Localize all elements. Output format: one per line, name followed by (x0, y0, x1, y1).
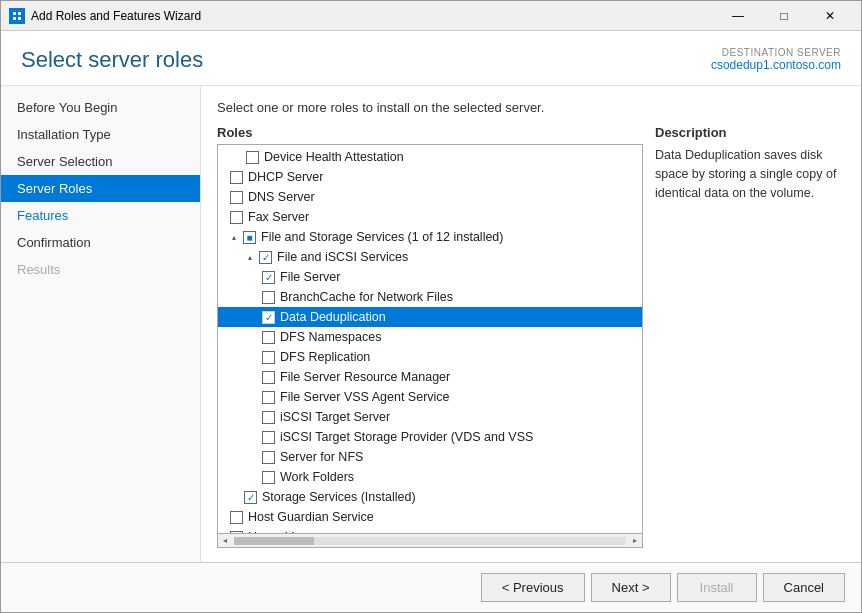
sidebar-item-results: Results (1, 256, 200, 283)
checkbox-work-folders[interactable] (262, 471, 275, 484)
checkbox-branchcache[interactable] (262, 291, 275, 304)
scroll-thumb[interactable] (234, 537, 314, 545)
install-button[interactable]: Install (677, 573, 757, 602)
role-label: File Server (280, 270, 340, 284)
role-label: File and iSCSI Services (277, 250, 408, 264)
scroll-left-arrow[interactable]: ◂ (218, 534, 232, 548)
app-icon (9, 8, 25, 24)
checkbox-dns[interactable] (230, 191, 243, 204)
checkbox-storage[interactable]: ✓ (244, 491, 257, 504)
next-button[interactable]: Next > (591, 573, 671, 602)
minimize-button[interactable]: — (715, 1, 761, 31)
list-item[interactable]: Host Guardian Service (218, 507, 642, 527)
list-item[interactable]: BranchCache for Network Files (218, 287, 642, 307)
list-item[interactable]: ▴ ■ File and Storage Services (1 of 12 i… (218, 227, 642, 247)
checkbox-iscsi-target[interactable] (262, 411, 275, 424)
sidebar-item-confirmation[interactable]: Confirmation (1, 229, 200, 256)
list-item[interactable]: File Server Resource Manager (218, 367, 642, 387)
role-label: DFS Namespaces (280, 330, 381, 344)
checkbox-iscsi-storage[interactable] (262, 431, 275, 444)
role-label: File and Storage Services (1 of 12 insta… (261, 230, 504, 244)
role-label: Server for NFS (280, 450, 363, 464)
destination-label: DESTINATION SERVER (711, 47, 841, 58)
checkbox-file-server[interactable]: ✓ (262, 271, 275, 284)
role-label: DNS Server (248, 190, 315, 204)
list-item[interactable]: ▴ ✓ File and iSCSI Services (218, 247, 642, 267)
role-label: Device Health Attestation (264, 150, 404, 164)
checkbox-data-dedup[interactable]: ✓ (262, 311, 275, 324)
checkbox-hyperv[interactable] (230, 531, 243, 534)
role-label: Host Guardian Service (248, 510, 374, 524)
list-item[interactable]: DNS Server (218, 187, 642, 207)
list-item[interactable]: ✓ Storage Services (Installed) (218, 487, 642, 507)
roles-list: Device Health Attestation DHCP Server (218, 145, 642, 534)
window-controls: — □ ✕ (715, 1, 853, 31)
list-item[interactable]: Work Folders (218, 467, 642, 487)
main-body: Before You Begin Installation Type Serve… (1, 86, 861, 562)
cancel-button[interactable]: Cancel (763, 573, 845, 602)
checkbox-fsrm[interactable] (262, 371, 275, 384)
list-item[interactable]: DHCP Server (218, 167, 642, 187)
role-label: Work Folders (280, 470, 354, 484)
roles-section: Roles Device Health Attestation (217, 125, 845, 548)
sidebar-item-before-you-begin[interactable]: Before You Begin (1, 94, 200, 121)
role-label: Storage Services (Installed) (262, 490, 416, 504)
roles-label: Roles (217, 125, 643, 140)
footer: < Previous Next > Install Cancel (1, 562, 861, 612)
list-item[interactable]: DFS Namespaces (218, 327, 642, 347)
header-section: Select server roles DESTINATION SERVER c… (1, 31, 861, 86)
checkbox-fax[interactable] (230, 211, 243, 224)
checkbox-nfs[interactable] (262, 451, 275, 464)
svg-rect-0 (11, 10, 23, 22)
role-label: File Server VSS Agent Service (280, 390, 450, 404)
svg-rect-4 (18, 17, 21, 20)
description-panel: Description Data Deduplication saves dis… (655, 125, 845, 548)
roles-list-container[interactable]: Device Health Attestation DHCP Server (217, 144, 643, 534)
list-item[interactable]: File Server VSS Agent Service (218, 387, 642, 407)
checkbox-device-health[interactable] (246, 151, 259, 164)
maximize-button[interactable]: □ (761, 1, 807, 31)
role-label: DHCP Server (248, 170, 323, 184)
checkbox-vss[interactable] (262, 391, 275, 404)
instruction-text: Select one or more roles to install on t… (217, 100, 845, 115)
checkbox-dhcp[interactable] (230, 171, 243, 184)
sidebar-item-features[interactable]: Features (1, 202, 200, 229)
checkbox-file-iscsi[interactable]: ✓ (259, 251, 272, 264)
tree-toggle-file-iscsi[interactable]: ▴ (244, 251, 256, 263)
list-item[interactable]: iSCSI Target Server (218, 407, 642, 427)
list-item[interactable]: iSCSI Target Storage Provider (VDS and V… (218, 427, 642, 447)
list-item[interactable]: DFS Replication (218, 347, 642, 367)
tree-toggle-file-storage[interactable]: ▴ (228, 231, 240, 243)
window-title: Add Roles and Features Wizard (31, 9, 715, 23)
list-item[interactable]: Device Health Attestation (218, 147, 642, 167)
sidebar-item-server-selection[interactable]: Server Selection (1, 148, 200, 175)
description-text: Data Deduplication saves disk space by s… (655, 146, 845, 202)
scroll-track[interactable] (234, 537, 626, 545)
previous-button[interactable]: < Previous (481, 573, 585, 602)
title-bar: Add Roles and Features Wizard — □ ✕ (1, 1, 861, 31)
role-label: Hyper-V (248, 530, 294, 534)
checkbox-dfs-ns[interactable] (262, 331, 275, 344)
scroll-right-arrow[interactable]: ▸ (628, 534, 642, 548)
sidebar-item-server-roles[interactable]: Server Roles (1, 175, 200, 202)
list-item[interactable]: Hyper-V (218, 527, 642, 534)
svg-rect-3 (13, 17, 16, 20)
horizontal-scrollbar[interactable]: ◂ ▸ (217, 534, 643, 548)
checkbox-file-storage[interactable]: ■ (243, 231, 256, 244)
content-area: Select server roles DESTINATION SERVER c… (1, 31, 861, 612)
list-item[interactable]: ✓ Data Deduplication (218, 307, 642, 327)
role-label: iSCSI Target Server (280, 410, 390, 424)
description-label: Description (655, 125, 845, 140)
checkbox-dfs-rep[interactable] (262, 351, 275, 364)
destination-info: DESTINATION SERVER csodedup1.contoso.com (711, 47, 841, 72)
list-item[interactable]: Fax Server (218, 207, 642, 227)
role-label: Fax Server (248, 210, 309, 224)
role-label: File Server Resource Manager (280, 370, 450, 384)
page-title: Select server roles (21, 47, 203, 73)
list-item[interactable]: Server for NFS (218, 447, 642, 467)
svg-rect-1 (13, 12, 16, 15)
checkbox-guardian[interactable] (230, 511, 243, 524)
sidebar-item-installation-type[interactable]: Installation Type (1, 121, 200, 148)
list-item[interactable]: ✓ File Server (218, 267, 642, 287)
close-button[interactable]: ✕ (807, 1, 853, 31)
